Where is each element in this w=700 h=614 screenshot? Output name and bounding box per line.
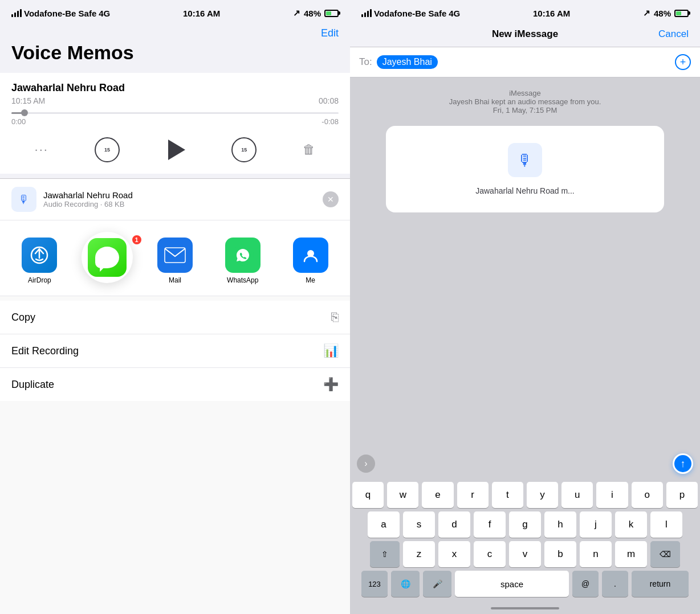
key-o[interactable]: o [632,482,663,508]
key-u[interactable]: u [561,482,593,508]
key-w[interactable]: w [387,482,418,508]
num-key[interactable]: 123 [361,571,388,597]
key-x[interactable]: x [438,541,470,567]
key-k[interactable]: k [615,511,647,538]
edit-recording-label: Edit Recording [11,345,79,357]
key-p[interactable]: p [666,482,698,508]
rewind-icon: 15 [95,137,120,162]
key-z[interactable]: z [403,541,435,567]
copy-action[interactable]: Copy ⎘ [0,301,350,334]
space-key[interactable]: space [455,571,569,597]
audio-file-icon: 🎙 [508,143,542,177]
recording-title: Jawaharlal Nehru Road [11,82,339,94]
time-label: 10:16 AM [183,9,220,18]
message-date: Fri, 1 May, 7:15 PM [449,106,601,114]
progress-bar [11,112,339,114]
progress-container[interactable]: 0:00 -0:08 [11,112,339,130]
vm-header: Edit [0,23,350,39]
message-area: iMessage Jayesh Bhai kept an audio messa… [350,77,700,478]
recipient-chip[interactable]: Jayesh Bhai [377,55,438,69]
whatsapp-icon-item[interactable]: WhatsApp [209,238,276,284]
duplicate-label: Duplicate [11,379,54,391]
mic-key[interactable]: 🎤 [423,571,451,597]
return-key[interactable]: return [632,571,689,597]
airdrop-icon-item[interactable]: AirDrop [6,238,74,284]
fastforward-button[interactable]: 15 [231,137,257,162]
messages-highlight [82,232,133,283]
key-a[interactable]: a [368,511,400,538]
globe-key[interactable]: 🌐 [391,571,420,597]
message-app-label: iMessage [449,89,601,97]
more-icon-item[interactable]: Me [276,238,344,284]
waveform-icon: 📊 [323,343,339,358]
app-icons-row: AirDrop 1 Messages [0,220,350,296]
key-q[interactable]: q [352,482,384,508]
cancel-button[interactable]: Cancel [658,28,689,40]
delete-button[interactable]: 🗑 [303,142,315,157]
key-h[interactable]: h [544,511,576,538]
playback-controls: ··· 15 15 🗑 [0,130,350,174]
left-panel: Vodafone-Be Safe 4G 10:16 AM ↗ 48% Edit … [0,0,350,614]
file-meta: Audio Recording · 68 KB [43,200,323,208]
edit-recording-action[interactable]: Edit Recording 📊 [0,334,350,368]
key-y[interactable]: y [527,482,558,508]
key-s[interactable]: s [403,511,435,538]
delete-key[interactable]: ⌫ [650,541,680,567]
rewind-button[interactable]: 15 [95,137,120,162]
shift-key[interactable]: ⇧ [370,541,400,567]
fastforward-icon: 15 [231,137,257,162]
carrier-label-right: Vodafone-Be Safe [374,9,446,18]
key-f[interactable]: f [474,511,506,538]
audio-card: 🎙 Jawaharlal Nehru Road m... [386,126,664,212]
key-b[interactable]: b [544,541,576,567]
at-key[interactable]: @ [572,571,599,597]
duplicate-icon: ➕ [323,377,339,392]
whatsapp-icon [225,238,261,273]
messages-icon-large [88,238,127,277]
edit-button[interactable]: Edit [321,27,339,39]
more-options-button[interactable]: ··· [35,142,48,157]
to-field: To: Jayesh Bhai + [350,47,700,77]
key-j[interactable]: j [580,511,612,538]
airdrop-label: AirDrop [28,276,51,284]
add-recipient-button[interactable]: + [675,54,691,70]
send-button[interactable]: ↑ [673,453,693,474]
airdrop-icon [22,238,57,273]
page-title: Voice Memos [0,39,350,73]
key-m[interactable]: m [615,541,647,567]
message-sub: Jayesh Bhai kept an audio message from y… [449,97,601,106]
key-n[interactable]: n [580,541,612,567]
key-e[interactable]: e [422,482,453,508]
progress-times: 0:00 -0:08 [11,117,339,126]
action-rows: Copy ⎘ Edit Recording 📊 Duplicate ➕ [0,301,350,401]
key-r[interactable]: r [457,482,489,508]
location-icon-right: ↗ [643,8,650,18]
chevron-button[interactable]: › [357,455,375,473]
close-share-button[interactable]: ✕ [323,191,339,207]
key-i[interactable]: i [596,482,628,508]
trash-icon: 🗑 [303,142,315,157]
key-c[interactable]: c [474,541,506,567]
home-indicator [491,607,559,609]
recording-item: Jawaharlal Nehru Road 10:15 AM 00:08 0:0… [0,73,350,130]
dot-key[interactable]: . [602,571,628,597]
compose-row: › ↑ [350,449,700,478]
messages-icon-item[interactable]: 1 Messages [74,238,141,284]
key-v[interactable]: v [509,541,541,567]
whatsapp-label: WhatsApp [227,276,258,284]
key-g[interactable]: g [509,511,541,538]
battery-label-right: 48% [654,9,671,18]
mail-icon-item[interactable]: Mail [141,238,209,284]
key-t[interactable]: t [492,482,523,508]
keyboard: q w e r t y u i o p a s d f g h j k l ⇧ … [350,478,700,603]
signal-icon-right [361,9,372,17]
key-l[interactable]: l [650,511,682,538]
imessage-title: New iMessage [492,28,558,40]
play-button[interactable] [166,140,185,160]
to-label: To: [359,56,372,68]
file-icon: 🎙 [11,187,36,212]
message-info: iMessage Jayesh Bhai kept an audio messa… [449,89,601,114]
key-d[interactable]: d [438,511,470,538]
recording-duration: 00:08 [319,96,339,105]
duplicate-action[interactable]: Duplicate ➕ [0,368,350,401]
